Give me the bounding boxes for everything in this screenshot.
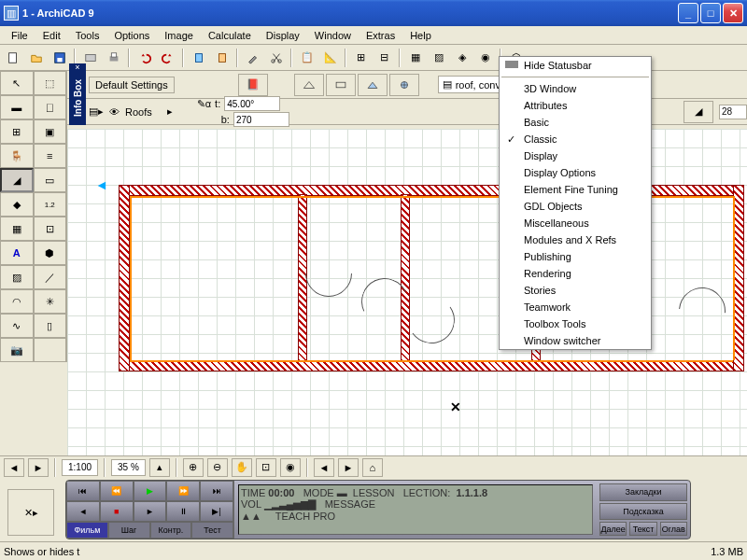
tool-icon[interactable]: ◄ bbox=[314, 458, 334, 477]
tool-icon[interactable]: ⊟ bbox=[374, 47, 395, 68]
num-field[interactable]: 28 bbox=[719, 105, 747, 119]
geometry-method-4-icon[interactable] bbox=[389, 74, 419, 96]
close-button[interactable]: ✕ bbox=[723, 3, 743, 23]
slab-tool-icon[interactable]: ◆ bbox=[0, 192, 34, 217]
tool-icon[interactable]: ▨ bbox=[428, 47, 449, 68]
kontr-tab[interactable]: Контр. bbox=[150, 522, 192, 539]
menu-image[interactable]: Image bbox=[157, 28, 201, 43]
text-tool-icon[interactable]: A bbox=[0, 241, 34, 265]
tool-icon[interactable] bbox=[188, 47, 209, 68]
menu-calculate[interactable]: Calculate bbox=[201, 28, 259, 43]
menu-options[interactable]: Options bbox=[106, 28, 157, 43]
tool-icon[interactable] bbox=[34, 338, 67, 362]
arrow-tool-icon[interactable]: ↖ bbox=[0, 71, 34, 95]
redo-icon[interactable] bbox=[157, 47, 178, 68]
maximize-button[interactable]: □ bbox=[700, 3, 721, 23]
tool-icon[interactable]: ⊡ bbox=[256, 458, 276, 477]
next-track-button[interactable]: ⏭ bbox=[200, 481, 233, 501]
hotspot-tool-icon[interactable]: ✳ bbox=[34, 289, 67, 314]
roof-tool-icon[interactable]: ◢ bbox=[0, 168, 34, 192]
menu-help[interactable]: Help bbox=[402, 28, 439, 43]
menu-miscellaneous[interactable]: Miscellaneous bbox=[500, 215, 651, 231]
marquee-tool-icon[interactable]: ⬚ bbox=[34, 71, 67, 95]
beam-tool-icon[interactable]: ▭ bbox=[34, 168, 66, 192]
chair-tool-icon[interactable]: 🪑 bbox=[0, 144, 34, 168]
camera-tool-icon[interactable]: 📷 bbox=[0, 338, 34, 362]
tool-icon[interactable]: ◢ bbox=[684, 101, 713, 123]
test-tab[interactable]: Тест bbox=[191, 522, 233, 539]
stop-button[interactable]: ■ bbox=[100, 501, 134, 522]
angle-b-field[interactable]: 270 bbox=[233, 112, 289, 127]
default-settings-button[interactable]: Default Settings bbox=[89, 77, 175, 93]
cut-icon[interactable] bbox=[265, 47, 287, 68]
next-button[interactable]: ► bbox=[134, 501, 167, 522]
menu-modules-xrefs[interactable]: Modules and X Refs bbox=[500, 231, 651, 248]
podskazka-button[interactable]: Подсказка bbox=[599, 503, 687, 521]
tool-icon[interactable]: ◈ bbox=[451, 47, 472, 68]
tool-icon[interactable]: 📐 bbox=[319, 47, 341, 68]
menu-element-fine-tuning[interactable]: Element Fine Tuning bbox=[500, 181, 651, 198]
save-icon[interactable] bbox=[49, 47, 70, 68]
minimize-button[interactable]: _ bbox=[678, 3, 698, 23]
zone-tool-icon[interactable]: ⬢ bbox=[34, 241, 67, 265]
door-tool-icon[interactable]: ⎕ bbox=[34, 95, 67, 119]
tool-icon[interactable]: ⌂ bbox=[362, 458, 383, 477]
tool-icon[interactable]: ► bbox=[338, 458, 359, 477]
section-tool-icon[interactable]: ⊡ bbox=[34, 217, 67, 241]
menu-attributes[interactable]: Attributes bbox=[500, 97, 651, 114]
tool-icon[interactable] bbox=[211, 47, 233, 68]
dalee-button[interactable]: Далее bbox=[599, 522, 627, 536]
menu-teamwork[interactable]: Teamwork bbox=[500, 299, 651, 315]
stair-tool-icon[interactable]: ≡ bbox=[34, 144, 67, 168]
menu-toolbox-tools[interactable]: Toolbox Tools bbox=[500, 315, 651, 332]
eyedropper-icon[interactable] bbox=[242, 47, 263, 68]
fill-tool-icon[interactable]: ▨ bbox=[0, 265, 34, 289]
menu-tools[interactable]: Tools bbox=[68, 28, 107, 43]
dim-tool-icon[interactable]: 1.2 bbox=[34, 192, 67, 217]
menu-window-switcher[interactable]: Window switcher bbox=[500, 332, 651, 349]
menu-display-options[interactable]: Display Options bbox=[500, 164, 651, 181]
menu-3d-window[interactable]: 3D Window bbox=[500, 80, 651, 97]
shag-tab[interactable]: Шаг bbox=[108, 522, 150, 539]
zoom-up-icon[interactable]: ▴ bbox=[149, 458, 170, 477]
oglav-button[interactable]: Оглав bbox=[660, 522, 687, 536]
menu-window[interactable]: Window bbox=[307, 28, 359, 43]
window-tool-icon[interactable]: ⊞ bbox=[0, 119, 34, 144]
arc-tool-icon[interactable]: ◠ bbox=[0, 289, 34, 314]
zoom-field[interactable]: 35 % bbox=[111, 459, 146, 476]
line-tool-icon[interactable]: ／ bbox=[34, 265, 67, 289]
nav-icon[interactable]: ◄ bbox=[4, 458, 24, 477]
menu-edit[interactable]: Edit bbox=[35, 28, 68, 43]
figure-tool-icon[interactable]: ▯ bbox=[34, 314, 67, 338]
tool-icon[interactable]: ◉ bbox=[280, 458, 301, 477]
nav-icon[interactable]: ► bbox=[28, 458, 49, 477]
tool-icon[interactable]: ◉ bbox=[474, 47, 496, 68]
menu-extras[interactable]: Extras bbox=[359, 28, 402, 43]
book-icon[interactable]: 📕 bbox=[238, 74, 268, 96]
film-tab[interactable]: Фильм bbox=[66, 522, 108, 539]
play-button[interactable]: ▶ bbox=[134, 481, 167, 501]
last-button[interactable]: ▶| bbox=[200, 501, 233, 522]
geometry-method-1-icon[interactable] bbox=[294, 74, 324, 96]
object-tool-icon[interactable]: ▣ bbox=[34, 119, 67, 144]
new-file-icon[interactable] bbox=[2, 47, 23, 68]
menu-gdl-objects[interactable]: GDL Objects bbox=[500, 198, 651, 215]
angle-t-field[interactable]: 45.00° bbox=[224, 96, 280, 111]
open-icon[interactable] bbox=[25, 47, 47, 68]
zakladki-button[interactable]: Закладки bbox=[599, 483, 687, 501]
tool-icon[interactable]: ⊕ bbox=[183, 458, 204, 477]
tool-icon[interactable]: ✋ bbox=[232, 458, 252, 477]
mesh-tool-icon[interactable]: ▦ bbox=[0, 217, 34, 241]
menu-file[interactable]: File bbox=[4, 28, 35, 43]
menu-hide-statusbar[interactable]: Hide Statusbar bbox=[500, 57, 651, 74]
scale-field[interactable]: 1:100 bbox=[62, 459, 98, 476]
geometry-method-3-icon[interactable] bbox=[358, 74, 388, 96]
tekst-button[interactable]: Текст bbox=[629, 522, 656, 536]
tool-icon[interactable]: ▦ bbox=[404, 47, 426, 68]
menu-rendering[interactable]: Rendering bbox=[500, 265, 651, 282]
menu-publishing[interactable]: Publishing bbox=[500, 248, 651, 265]
tool-icon[interactable]: ⊖ bbox=[207, 458, 228, 477]
geometry-method-2-icon[interactable] bbox=[326, 74, 356, 96]
menu-basic[interactable]: Basic bbox=[500, 114, 651, 131]
menu-display[interactable]: Display bbox=[259, 28, 307, 43]
